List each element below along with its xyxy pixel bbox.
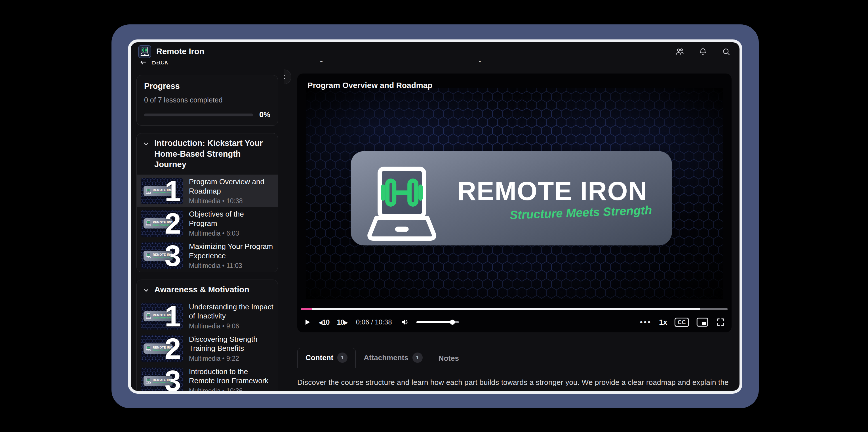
laptop-dumbbell-icon <box>140 47 150 57</box>
notifications-button[interactable] <box>697 46 709 58</box>
volume-slider[interactable] <box>416 321 459 323</box>
laptop-dumbbell-icon <box>359 159 444 253</box>
course-sidebar: Back Progress 0 of 7 lessons completed 0… <box>131 61 284 391</box>
arrow-left-icon <box>139 61 147 66</box>
app-logo <box>138 45 151 58</box>
tab-badge: 1 <box>412 352 423 363</box>
progress-percent-label: 0% <box>259 110 270 119</box>
lesson-item[interactable]: REMOTE IRONStructure Meets Strength 3 Ma… <box>137 239 278 272</box>
tab-label: Attachments <box>364 353 408 362</box>
lesson-title: Objectives of the Program <box>189 209 274 228</box>
rewind-label: 10 <box>322 318 330 326</box>
back-label: Back <box>151 61 168 66</box>
lesson-title: Maximizing Your Program Experience <box>189 242 274 260</box>
chevron-down-icon <box>143 287 150 294</box>
chevron-left-icon <box>284 74 287 80</box>
lesson-info: Introduction to the Remote Iron Framewor… <box>189 367 274 391</box>
lesson-item[interactable]: REMOTE IRONStructure Meets Strength 2 Ob… <box>137 207 278 239</box>
lesson-number: 1 <box>164 178 181 204</box>
video-player[interactable]: Program Overview and Roadmap REMOTE IRON… <box>297 74 732 333</box>
laptop-dumbbell-icon <box>145 313 152 319</box>
lesson-number: 1 <box>164 303 181 329</box>
back-button[interactable]: Back <box>139 61 278 66</box>
app-title: Remote Iron <box>156 47 204 56</box>
video-logo-text: REMOTE IRON Structure Meets Strength <box>457 176 652 220</box>
lesson-title: Introduction to the Remote Iron Framewor… <box>189 367 274 385</box>
play-button[interactable] <box>304 318 311 327</box>
ellipsis-icon: ••• <box>640 318 652 327</box>
users-button[interactable] <box>674 46 686 58</box>
laptop-dumbbell-icon <box>145 378 152 384</box>
video-controls: ◂10 10▸ 0:06 / 10:38 <box>304 315 725 329</box>
lesson-item[interactable]: REMOTE IRONStructure Meets Strength 2 Di… <box>137 333 278 365</box>
tab-attachments[interactable]: Attachments 1 <box>356 348 430 368</box>
brand-tagline: Structure Meets Strength <box>457 203 652 224</box>
progress-bar-row: 0% <box>144 110 270 119</box>
lesson-info: Understanding the Impact of Inactivity M… <box>189 302 274 330</box>
users-icon <box>675 47 684 56</box>
laptop-dumbbell-icon <box>145 253 152 259</box>
progress-title: Progress <box>144 82 270 91</box>
fullscreen-button[interactable] <box>716 317 725 327</box>
section-title: Introduction: Kickstart Your Home-Based … <box>154 138 272 170</box>
tab-label: Notes <box>438 354 459 363</box>
rewind-10-button[interactable]: ◂10 <box>319 318 329 326</box>
device-frame: Remote Iron <box>112 24 759 408</box>
course-section: Awareness & Motivation REMOTE IRONStruct… <box>136 280 278 391</box>
progress-bar-track <box>144 114 253 116</box>
lesson-thumbnail: REMOTE IRONStructure Meets Strength 3 <box>141 368 183 391</box>
lesson-title: Program Overview and Roadmap <box>189 177 274 196</box>
mute-button[interactable] <box>401 318 409 326</box>
forward-10-button[interactable]: 10▸ <box>337 318 347 326</box>
speaker-icon <box>401 318 409 326</box>
volume-knob[interactable] <box>450 320 455 325</box>
app-header: Remote Iron <box>131 42 740 61</box>
bell-icon <box>699 47 708 56</box>
page-heading: Program Overview and Roadmap <box>298 61 740 62</box>
laptop-dumbbell-icon <box>145 188 152 194</box>
app-body: Back Progress 0 of 7 lessons completed 0… <box>131 61 740 391</box>
fullscreen-icon <box>716 317 725 327</box>
lesson-item[interactable]: REMOTE IRONStructure Meets Strength 3 In… <box>137 365 278 391</box>
section-header[interactable]: Awareness & Motivation <box>137 280 278 300</box>
lesson-tabs: Content 1 Attachments 1 Notes <box>297 348 732 368</box>
video-played-bar <box>301 308 312 310</box>
video-title-overlay: Program Overview and Roadmap <box>308 81 432 90</box>
lesson-title: Discovering Strength Training Benefits <box>189 335 274 353</box>
lesson-title: Understanding the Impact of Inactivity <box>189 302 274 321</box>
lesson-item[interactable]: REMOTE IRONStructure Meets Strength 1 Un… <box>137 300 278 333</box>
course-section: Introduction: Kickstart Your Home-Based … <box>136 133 278 272</box>
lesson-item[interactable]: REMOTE IRONStructure Meets Strength 1 Pr… <box>137 175 278 207</box>
lesson-meta: Multimedia • 6:03 <box>189 230 274 237</box>
tab-notes[interactable]: Notes <box>431 349 467 368</box>
volume-fill <box>416 321 453 323</box>
lesson-info: Objectives of the Program Multimedia • 6… <box>189 209 274 237</box>
brand-name: REMOTE IRON <box>457 176 652 206</box>
section-header[interactable]: Introduction: Kickstart Your Home-Based … <box>137 134 278 175</box>
search-button[interactable] <box>720 46 732 58</box>
progress-card: Progress 0 of 7 lessons completed 0% <box>136 75 278 126</box>
play-icon <box>304 318 311 327</box>
lesson-thumbnail: REMOTE IRONStructure Meets Strength 2 <box>141 210 183 237</box>
picture-in-picture-button[interactable] <box>696 317 708 327</box>
lesson-main-panel: Program Overview and Roadmap Program Ove… <box>284 61 740 391</box>
lesson-thumbnail: REMOTE IRONStructure Meets Strength 3 <box>141 242 183 269</box>
playback-speed-button[interactable]: 1x <box>659 318 667 327</box>
video-seek-bar[interactable] <box>301 308 727 310</box>
forward-label: 10 <box>337 318 344 326</box>
desktop-background: Remote Iron <box>0 0 868 432</box>
lesson-meta: Multimedia • 10:36 <box>189 387 274 391</box>
lesson-meta: Multimedia • 9:22 <box>189 355 274 363</box>
section-title: Awareness & Motivation <box>154 284 249 295</box>
captions-button[interactable]: CC <box>675 318 689 327</box>
search-icon <box>722 47 731 56</box>
video-buffered-bar <box>301 308 700 310</box>
more-options-button[interactable]: ••• <box>640 318 652 327</box>
tab-content[interactable]: Content 1 <box>297 348 356 368</box>
triangle-right-icon: ▸ <box>344 318 347 326</box>
laptop-dumbbell-icon <box>145 345 152 352</box>
lesson-info: Program Overview and Roadmap Multimedia … <box>189 177 274 205</box>
lesson-number: 3 <box>164 242 181 269</box>
lesson-thumbnail: REMOTE IRONStructure Meets Strength 2 <box>141 335 183 362</box>
sidebar-collapse-button[interactable] <box>284 69 291 84</box>
